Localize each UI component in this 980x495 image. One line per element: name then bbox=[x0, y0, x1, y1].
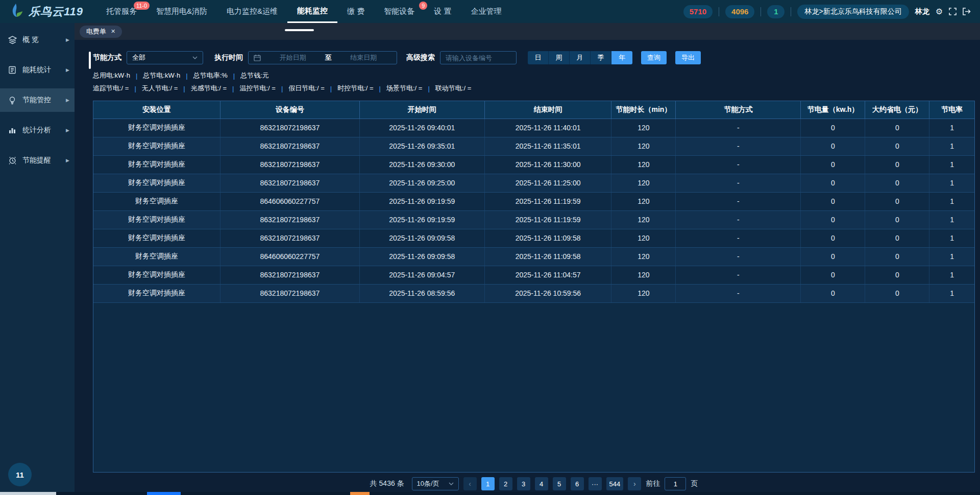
table-cell: 863218072198637 bbox=[220, 137, 360, 155]
page-button-5[interactable]: 5 bbox=[553, 477, 566, 490]
export-button[interactable]: 导出 bbox=[675, 51, 701, 64]
nav-item[interactable]: 智能设备9 bbox=[374, 0, 424, 23]
fullscreen-icon[interactable] bbox=[949, 8, 957, 15]
tab-close-icon[interactable]: ✕ bbox=[111, 28, 115, 35]
table-cell: 财务空调插座 bbox=[93, 247, 220, 266]
more-pages-button[interactable]: ··· bbox=[589, 477, 602, 490]
column-header: 节能方式 bbox=[676, 101, 801, 119]
tab-bar: 电费单 ✕ bbox=[75, 23, 980, 40]
table-row: 财务空调对插插座8632180721986372025-11-26 09:04:… bbox=[93, 266, 974, 284]
prev-page-button[interactable]: ‹ bbox=[463, 477, 477, 490]
logout-icon[interactable] bbox=[963, 8, 971, 15]
page-button-4[interactable]: 4 bbox=[535, 477, 548, 490]
table-cell: 2025-11-26 11:09:58 bbox=[484, 247, 611, 266]
table-cell: 2025-11-26 08:59:56 bbox=[359, 284, 484, 302]
period-button-年[interactable]: 年 bbox=[611, 51, 632, 64]
counter-pill[interactable]: 4096 bbox=[725, 5, 754, 18]
period-button-周[interactable]: 周 bbox=[549, 51, 570, 64]
mode-select-value: 全部 bbox=[132, 53, 145, 62]
table-cell: 2025-11-26 09:40:01 bbox=[359, 119, 484, 137]
page-button-3[interactable]: 3 bbox=[517, 477, 530, 490]
company-selector[interactable]: 林龙>新北京乐鸟科技有限公司 bbox=[797, 5, 909, 19]
sidebar-item[interactable]: 能耗统计▶ bbox=[0, 58, 75, 82]
chevron-right-icon: ▶ bbox=[66, 128, 69, 133]
table-cell: 0 bbox=[801, 137, 865, 155]
vertical-scrollbar-thumb[interactable] bbox=[89, 52, 91, 69]
next-page-button[interactable]: › bbox=[628, 477, 641, 490]
end-date-placeholder[interactable]: 结束日期 bbox=[336, 53, 392, 62]
page-button-6[interactable]: 6 bbox=[571, 477, 584, 490]
column-header: 设备编号 bbox=[220, 101, 360, 119]
start-date-placeholder[interactable]: 开始日期 bbox=[265, 53, 321, 62]
period-button-日[interactable]: 日 bbox=[528, 51, 549, 64]
sidebar-item[interactable]: 节能管控▶ bbox=[0, 88, 75, 112]
divider bbox=[719, 7, 719, 16]
logo-text: 乐鸟云119 bbox=[29, 4, 83, 19]
table-cell: 财务空调对插插座 bbox=[93, 155, 220, 174]
table-cell: 2025-11-26 11:19:59 bbox=[484, 210, 611, 229]
period-button-月[interactable]: 月 bbox=[570, 51, 591, 64]
table-row: 财务空调对插插座8632180721986372025-11-26 09:19:… bbox=[93, 210, 974, 229]
topbar: 乐鸟云119 托管服务11-0智慧用电&消防电力监控&运维能耗监控缴 费智能设备… bbox=[0, 0, 980, 23]
settings-gear-icon[interactable]: ⚙ bbox=[936, 7, 943, 16]
table-cell: 0 bbox=[865, 210, 929, 229]
nav-item[interactable]: 能耗监控 bbox=[287, 0, 337, 23]
stats-summary-row: 总用电:kW·h|总节电:kW·h|总节电率:%|总节钱:元 bbox=[93, 71, 975, 80]
table-cell: 863218072198637 bbox=[220, 210, 360, 229]
page-button-2[interactable]: 2 bbox=[499, 477, 512, 490]
table-cell: 2025-11-26 09:35:01 bbox=[359, 137, 484, 155]
table-body: 财务空调对插插座8632180721986372025-11-26 09:40:… bbox=[93, 119, 974, 302]
table-row: 财务空调对插插座8632180721986372025-11-26 09:40:… bbox=[93, 119, 974, 137]
page-size-value: 10条/页 bbox=[417, 479, 439, 488]
nav-item[interactable]: 企业管理 bbox=[461, 0, 511, 23]
goto-page-input[interactable] bbox=[665, 477, 686, 490]
stat-item: 追踪节电:/ = bbox=[93, 84, 129, 93]
app-logo[interactable]: 乐鸟云119 bbox=[0, 3, 96, 21]
table-cell: 2025-11-26 10:59:56 bbox=[484, 284, 611, 302]
nav-item-label: 缴 费 bbox=[347, 7, 364, 16]
date-to-text: 至 bbox=[325, 53, 332, 62]
table-cell: - bbox=[676, 284, 801, 302]
table-cell: 120 bbox=[611, 155, 676, 174]
counter-pill[interactable]: 5710 bbox=[683, 5, 713, 18]
table-cell: 2025-11-26 11:19:59 bbox=[484, 192, 611, 210]
overview-icon bbox=[8, 35, 17, 44]
sidebar-item[interactable]: 概 览▶ bbox=[0, 28, 75, 52]
table-cell: 863218072198637 bbox=[220, 284, 360, 302]
nav-item-label: 智能设备 bbox=[384, 7, 414, 16]
date-range-picker[interactable]: 开始日期 至 结束日期 bbox=[248, 51, 397, 64]
query-button[interactable]: 查询 bbox=[641, 51, 667, 64]
counter-pill[interactable]: 1 bbox=[767, 5, 785, 18]
nav-item[interactable]: 设 置 bbox=[424, 0, 461, 23]
sidebar-item[interactable]: 节能提醒▶ bbox=[0, 149, 75, 172]
stat-item: 无人节电:/ = bbox=[142, 84, 178, 93]
stat-item: 总用电:kW·h bbox=[93, 71, 130, 80]
table-cell: 0 bbox=[801, 119, 865, 137]
page-button-1[interactable]: 1 bbox=[481, 477, 495, 490]
device-search-input[interactable] bbox=[440, 51, 517, 64]
table-cell: 1 bbox=[929, 210, 974, 229]
page-button-544[interactable]: 544 bbox=[606, 477, 624, 490]
table-cell: 0 bbox=[865, 266, 929, 284]
table-cell: 0 bbox=[801, 247, 865, 266]
stat-separator: | bbox=[281, 85, 283, 92]
horizontal-scrollbar-thumb[interactable] bbox=[285, 29, 314, 31]
chevron-right-icon: ▶ bbox=[66, 67, 69, 73]
table-cell: 0 bbox=[865, 119, 929, 137]
bottom-scrollbar-thumb[interactable] bbox=[0, 492, 56, 495]
nav-item[interactable]: 托管服务11-0 bbox=[96, 0, 146, 23]
table-cell: 1 bbox=[929, 229, 974, 247]
period-button-季[interactable]: 季 bbox=[591, 51, 611, 64]
nav-item[interactable]: 智慧用电&消防 bbox=[146, 0, 217, 23]
page-size-select[interactable]: 10条/页 bbox=[412, 477, 459, 490]
tab-electricity-bill[interactable]: 电费单 ✕ bbox=[80, 26, 122, 38]
nav-item[interactable]: 缴 费 bbox=[337, 0, 374, 23]
sidebar-item[interactable]: 统计分析▶ bbox=[0, 119, 75, 142]
stat-item: 场景节电:/ = bbox=[386, 84, 422, 93]
company-name: 林龙>新北京乐鸟科技有限公司 bbox=[804, 7, 901, 16]
nav-item[interactable]: 电力监控&运维 bbox=[217, 0, 287, 23]
chevron-down-icon bbox=[192, 56, 198, 59]
mode-select[interactable]: 全部 bbox=[127, 51, 203, 64]
table-cell: 财务空调插座 bbox=[93, 192, 220, 210]
sidebar-count-badge[interactable]: 11 bbox=[8, 463, 32, 486]
